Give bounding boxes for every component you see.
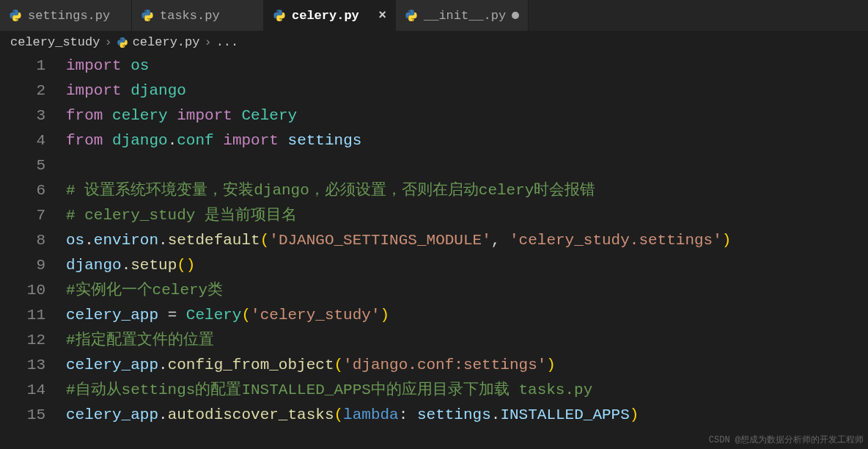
- line-number: 14: [0, 378, 66, 403]
- python-icon: [9, 9, 22, 22]
- python-icon: [141, 9, 154, 22]
- code-content[interactable]: [66, 153, 868, 178]
- code-content[interactable]: celery_app.config_from_object('django.co…: [66, 353, 868, 378]
- code-line[interactable]: 13celery_app.config_from_object('django.…: [0, 353, 868, 378]
- line-number: 6: [0, 178, 66, 203]
- code-line[interactable]: 6# 设置系统环境变量，安装django，必须设置，否则在启动celery时会报…: [0, 178, 868, 203]
- code-content[interactable]: #实例化一个celery类: [66, 278, 868, 303]
- modified-indicator-icon: [512, 12, 519, 19]
- chevron-right-icon: ›: [104, 35, 111, 49]
- line-number: 11: [0, 303, 66, 328]
- code-content[interactable]: django.setup(): [66, 253, 868, 278]
- breadcrumb[interactable]: celery_study › celery.py › ...: [0, 31, 868, 54]
- python-icon: [117, 37, 128, 48]
- chevron-right-icon: ›: [204, 35, 211, 49]
- breadcrumb-folder[interactable]: celery_study: [10, 35, 100, 49]
- tab-settings-py[interactable]: settings.py: [0, 0, 132, 31]
- tab-label: celery.py: [292, 9, 359, 23]
- code-content[interactable]: celery_app = Celery('celery_study'): [66, 303, 868, 328]
- code-line[interactable]: 1import os: [0, 54, 868, 79]
- line-number: 1: [0, 54, 66, 79]
- line-number: 4: [0, 128, 66, 153]
- code-line[interactable]: 4from django.conf import settings: [0, 128, 868, 153]
- code-content[interactable]: from celery import Celery: [66, 103, 868, 128]
- code-content[interactable]: import django: [66, 79, 868, 103]
- line-number: 5: [0, 153, 66, 178]
- line-number: 10: [0, 278, 66, 303]
- code-line[interactable]: 11celery_app = Celery('celery_study'): [0, 303, 868, 328]
- watermark: CSDN @想成为数据分析师的开发工程师: [709, 434, 864, 446]
- tab-init-py[interactable]: __init__.py: [396, 0, 529, 31]
- tab-bar: settings.py tasks.py celery.py × __init_…: [0, 0, 868, 31]
- code-content[interactable]: from django.conf import settings: [66, 128, 868, 153]
- code-content[interactable]: # 设置系统环境变量，安装django，必须设置，否则在启动celery时会报错: [66, 178, 868, 203]
- breadcrumb-more[interactable]: ...: [216, 35, 239, 49]
- line-number: 15: [0, 403, 66, 428]
- line-number: 8: [0, 228, 66, 253]
- code-content[interactable]: import os: [66, 54, 868, 79]
- line-number: 13: [0, 353, 66, 378]
- tab-celery-py[interactable]: celery.py ×: [264, 0, 396, 31]
- code-line[interactable]: 2import django: [0, 79, 868, 103]
- code-line[interactable]: 7# celery_study 是当前项目名: [0, 203, 868, 228]
- code-content[interactable]: #指定配置文件的位置: [66, 328, 868, 353]
- code-line[interactable]: 9django.setup(): [0, 253, 868, 278]
- code-line[interactable]: 15celery_app.autodiscover_tasks(lambda: …: [0, 403, 868, 428]
- code-content[interactable]: celery_app.autodiscover_tasks(lambda: se…: [66, 403, 868, 428]
- code-content[interactable]: # celery_study 是当前项目名: [66, 203, 868, 228]
- code-line[interactable]: 8os.environ.setdefault('DJANGO_SETTINGS_…: [0, 228, 868, 253]
- code-content[interactable]: os.environ.setdefault('DJANGO_SETTINGS_M…: [66, 228, 868, 253]
- python-icon: [405, 9, 418, 22]
- code-editor[interactable]: 1import os2import django3from celery imp…: [0, 54, 868, 428]
- line-number: 12: [0, 328, 66, 353]
- code-line[interactable]: 10#实例化一个celery类: [0, 278, 868, 303]
- line-number: 7: [0, 203, 66, 228]
- line-number: 9: [0, 253, 66, 278]
- code-line[interactable]: 5: [0, 153, 868, 178]
- tab-tasks-py[interactable]: tasks.py: [132, 0, 264, 31]
- line-number: 3: [0, 103, 66, 128]
- code-line[interactable]: 14#自动从settings的配置INSTALLED_APPS中的应用目录下加载…: [0, 378, 868, 403]
- tab-label: tasks.py: [160, 9, 220, 23]
- code-line[interactable]: 3from celery import Celery: [0, 103, 868, 128]
- close-icon[interactable]: ×: [378, 8, 386, 23]
- python-icon: [273, 9, 286, 22]
- breadcrumb-file[interactable]: celery.py: [133, 35, 200, 49]
- line-number: 2: [0, 79, 66, 103]
- code-line[interactable]: 12#指定配置文件的位置: [0, 328, 868, 353]
- tab-label: settings.py: [28, 9, 110, 23]
- code-content[interactable]: #自动从settings的配置INSTALLED_APPS中的应用目录下加载 t…: [66, 378, 868, 403]
- tab-label: __init__.py: [424, 9, 506, 23]
